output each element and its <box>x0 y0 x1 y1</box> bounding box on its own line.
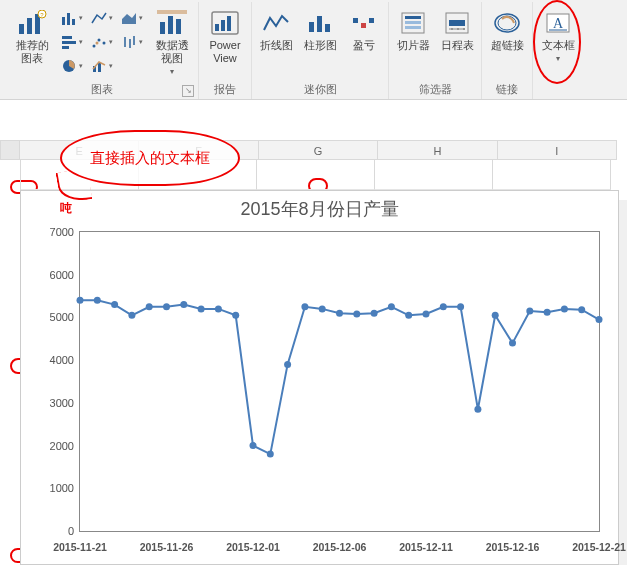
svg-rect-25 <box>157 10 187 14</box>
svg-point-80 <box>596 316 603 323</box>
bar-chart-icon[interactable]: ▾ <box>58 31 86 53</box>
chevron-down-icon: ▾ <box>170 67 174 76</box>
svg-point-45 <box>463 28 465 30</box>
combo-chart-icon[interactable]: ▾ <box>88 55 116 77</box>
svg-point-71 <box>440 303 447 310</box>
sparkline-column-button[interactable]: 柱形图 <box>300 5 340 79</box>
svg-point-43 <box>451 28 453 30</box>
svg-point-54 <box>146 303 153 310</box>
ribbon: ? 推荐的 图表 ▾ ▾ ▾ ▾ ▾ ▾ ▾ ▾ 数据透视图 ▾ <box>0 0 627 100</box>
row-header-blank[interactable] <box>0 140 20 160</box>
svg-rect-21 <box>98 63 101 72</box>
svg-rect-7 <box>72 19 75 25</box>
svg-rect-38 <box>405 21 421 24</box>
column-header[interactable]: G <box>259 140 378 160</box>
x-tick-label: 2015-12-01 <box>226 541 280 553</box>
stock-chart-icon[interactable]: ▾ <box>118 31 146 53</box>
x-tick-label: 2015-11-26 <box>140 541 194 553</box>
svg-rect-24 <box>176 19 181 34</box>
group-filter: 切片器 日程表 筛选器 <box>389 2 482 99</box>
svg-point-53 <box>128 312 135 319</box>
chart-dialog-launcher[interactable]: ↘ <box>182 85 194 97</box>
callout-annotation: 直接插入的文本框 <box>60 130 240 186</box>
svg-rect-23 <box>168 16 173 34</box>
svg-point-70 <box>423 311 430 318</box>
svg-point-56 <box>180 301 187 308</box>
group-charts: ? 推荐的 图表 ▾ ▾ ▾ ▾ ▾ ▾ ▾ ▾ 数据透视图 ▾ <box>0 2 199 99</box>
svg-point-66 <box>353 311 360 318</box>
svg-rect-29 <box>227 16 231 31</box>
svg-point-50 <box>77 297 84 304</box>
svg-point-59 <box>232 312 239 319</box>
group-report: Power View 报告 <box>199 2 252 99</box>
pivot-chart-button[interactable]: 数据透视图 ▾ <box>150 5 194 79</box>
svg-point-75 <box>509 340 516 347</box>
svg-point-62 <box>284 361 291 368</box>
svg-point-67 <box>371 310 378 317</box>
svg-rect-9 <box>62 36 72 39</box>
sparkline-winloss-button[interactable]: 盈亏 <box>344 5 384 79</box>
y-tick-label: 2000 <box>34 440 74 452</box>
sparkline-line-button[interactable]: 折线图 <box>256 5 296 79</box>
y-tick-label: 6000 <box>34 269 74 281</box>
svg-rect-34 <box>361 23 366 28</box>
svg-point-13 <box>98 38 101 41</box>
x-tick-label: 2015-12-11 <box>399 541 453 553</box>
line-series <box>80 232 599 531</box>
svg-point-65 <box>336 310 343 317</box>
chart-type-gallery: ▾ ▾ ▾ ▾ ▾ ▾ ▾ ▾ <box>58 7 146 77</box>
svg-point-74 <box>492 312 499 319</box>
column-chart-icon[interactable]: ▾ <box>58 7 86 29</box>
column-header[interactable]: I <box>498 140 617 160</box>
plot-area[interactable]: 010002000300040005000600070002015-11-212… <box>79 231 600 532</box>
column-header[interactable]: H <box>378 140 497 160</box>
svg-rect-30 <box>309 22 314 32</box>
svg-rect-27 <box>215 24 219 31</box>
pie-chart-icon[interactable]: ▾ <box>58 55 86 77</box>
svg-point-76 <box>526 308 533 315</box>
line-chart-icon[interactable]: ▾ <box>88 7 116 29</box>
svg-rect-39 <box>405 26 421 29</box>
slicer-icon <box>397 7 429 39</box>
svg-point-12 <box>93 44 96 47</box>
svg-point-44 <box>457 28 459 30</box>
slicer-button[interactable]: 切片器 <box>393 5 433 79</box>
chart-title[interactable]: 2015年8月份日产量 <box>21 191 618 225</box>
svg-rect-41 <box>449 20 465 26</box>
svg-rect-0 <box>19 24 24 34</box>
y-tick-label: 7000 <box>34 226 74 238</box>
svg-rect-32 <box>325 24 330 32</box>
svg-point-51 <box>94 297 101 304</box>
svg-rect-33 <box>353 18 358 23</box>
sparkline-winloss-icon <box>348 7 380 39</box>
svg-point-60 <box>250 442 257 449</box>
svg-point-64 <box>319 305 326 312</box>
svg-point-14 <box>103 41 106 44</box>
y-tick-label: 4000 <box>34 354 74 366</box>
svg-point-77 <box>544 309 551 316</box>
svg-point-58 <box>215 305 222 312</box>
annotation-circle-textbox <box>533 0 581 84</box>
timeline-button[interactable]: 日程表 <box>437 5 477 79</box>
svg-rect-11 <box>62 46 69 49</box>
svg-rect-6 <box>67 13 70 25</box>
hyperlink-button[interactable]: 超链接 <box>486 5 528 79</box>
y-axis-unit-annotation: 吨 <box>60 200 72 217</box>
group-sparklines: 折线图 柱形图 盈亏 迷你图 <box>252 2 389 99</box>
recommended-charts-button[interactable]: ? 推荐的 图表 <box>10 5 54 79</box>
x-tick-label: 2015-12-21 <box>572 541 626 553</box>
svg-rect-35 <box>369 18 374 23</box>
power-view-button[interactable]: Power View <box>203 5 247 79</box>
x-tick-label: 2015-12-06 <box>313 541 367 553</box>
sparkline-column-icon <box>304 7 336 39</box>
svg-rect-28 <box>221 20 225 31</box>
svg-point-78 <box>561 305 568 312</box>
chart-object[interactable]: 2015年8月份日产量 0100020003000400050006000700… <box>20 190 619 565</box>
scatter-chart-icon[interactable]: ▾ <box>88 31 116 53</box>
svg-point-72 <box>457 303 464 310</box>
timeline-icon <box>441 7 473 39</box>
y-tick-label: 1000 <box>34 482 74 494</box>
area-chart-icon[interactable]: ▾ <box>118 7 146 29</box>
y-tick-label: 5000 <box>34 311 74 323</box>
y-tick-label: 3000 <box>34 397 74 409</box>
